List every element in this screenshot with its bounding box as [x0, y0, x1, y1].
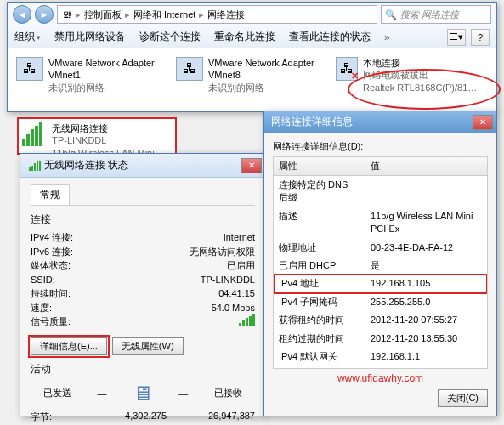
section-activity: 活动	[31, 362, 255, 377]
breadcrumb-item[interactable]: 网络连接	[207, 8, 245, 21]
breadcrumb-item[interactable]: 控制面板	[84, 8, 122, 21]
status-value: 54.0 Mbps	[107, 301, 255, 315]
detail-key: IPv4 子网掩码	[274, 293, 365, 311]
nav-bar: ◄ ► 🖳 ▸ 控制面板 ▸ 网络和 Internet ▸ 网络连接 搜索 网络…	[8, 3, 496, 26]
organize-menu[interactable]: 组织	[14, 30, 41, 44]
detail-key: 连接特定的 DNS 后缀	[274, 176, 365, 207]
adapter-sub: VMnet1	[48, 69, 155, 81]
adapter-item-local[interactable]: 🖧 本地连接 网络电缆被拔出 Realtek RTL8168C(P)/8111C	[332, 54, 485, 97]
view-mode-button[interactable]: ☰▾	[447, 29, 466, 46]
detail-key: IPv4 地址	[274, 275, 365, 292]
status-value: TP-LINKDDL	[107, 273, 255, 287]
close-button[interactable]: 关闭(C)	[438, 389, 488, 407]
table-row[interactable]: IPv4 地址192.168.1.105	[274, 275, 487, 292]
status-key: 媒体状态:	[31, 258, 107, 273]
detail-value: 255.255.255.0	[365, 293, 487, 311]
detail-key: 已启用 DHCP	[274, 257, 365, 275]
table-row[interactable]: 物理地址00-23-4E-DA-FA-12	[274, 239, 487, 257]
adapter-name: VMware Network Adapter	[208, 57, 314, 69]
details-label: 网络连接详细信息(D):	[273, 140, 488, 153]
view-status-button[interactable]: 查看此连接的状态	[289, 30, 371, 44]
status-key: IPv6 连接:	[31, 245, 107, 259]
detail-value: 192.168.1.1	[365, 366, 487, 369]
status-value: 无网络访问权限	[107, 245, 255, 259]
wireless-properties-button[interactable]: 无线属性(W)	[112, 337, 184, 355]
tab-general[interactable]: 常规	[31, 184, 70, 205]
detail-key: IPv4 默认网关	[274, 348, 365, 366]
close-icon[interactable]: ✕	[241, 158, 262, 173]
wireless-adapter-item[interactable]: 无线网络连接 TP-LINKDDL 11b/g Wireless LAN Min…	[17, 117, 177, 155]
detail-key: 获得租约的时间	[274, 311, 365, 329]
detail-value: 11b/g Wireless LAN Mini PCI Ex	[365, 207, 487, 239]
status-value: 04:41:15	[107, 286, 255, 301]
connection-details-dialog: 网络连接详细信息 ✕ 网络连接详细信息(D): 属性 值 连接特定的 DNS 后…	[263, 110, 497, 416]
back-button[interactable]: ◄	[13, 5, 31, 24]
network-connections-window: ◄ ► 🖳 ▸ 控制面板 ▸ 网络和 Internet ▸ 网络连接 搜索 网络…	[7, 2, 497, 112]
wireless-ssid: TP-LINKDDL	[52, 134, 172, 146]
adapter-status: 未识别的网络	[48, 82, 155, 94]
details-button[interactable]: 详细信息(E)...	[31, 337, 107, 355]
adapter-sub: VMnet8	[208, 69, 314, 81]
table-row[interactable]: IPv4 默认网关192.168.1.1	[274, 348, 487, 366]
bytes-label: 字节:	[31, 411, 82, 423]
status-key: SSID:	[31, 273, 107, 287]
table-row[interactable]: 租约过期的时间2012-11-20 13:55:30	[274, 330, 487, 348]
adapter-list: 🖧 VMware Network Adapter VMnet1 未识别的网络 🖧…	[8, 48, 496, 102]
adapter-status: 网络电缆被拔出	[363, 69, 482, 81]
dialog-title: 无线网络连接 状态	[24, 158, 128, 173]
table-row[interactable]: 描述11b/g Wireless LAN Mini PCI Ex	[274, 207, 487, 239]
received-label: 已接收	[214, 387, 242, 400]
table-row[interactable]: 连接特定的 DNS 后缀	[274, 176, 487, 207]
detail-value	[365, 176, 487, 207]
bytes-sent-value: 4,302,275	[82, 411, 167, 423]
detail-key: IPv4 DHCP 服务器	[274, 366, 365, 369]
status-key: 持续时间:	[31, 286, 107, 301]
wireless-signal-icon	[22, 122, 47, 146]
detail-value: 是	[365, 257, 487, 275]
watermark-text: www.ufidawhy.com	[273, 372, 488, 384]
table-row[interactable]: 获得租约的时间2012-11-20 07:55:27	[274, 311, 487, 329]
adapter-desc: Realtek RTL8168C(P)/8111C	[363, 82, 482, 94]
network-adapter-disconnected-icon: 🖧	[336, 57, 358, 81]
table-row[interactable]: 已启用 DHCP是	[274, 257, 487, 275]
status-value: 已启用	[107, 258, 255, 273]
detail-value: 2012-11-20 13:55:30	[365, 330, 487, 348]
breadcrumb-item[interactable]: 网络和 Internet	[133, 8, 195, 21]
signal-bars-icon	[239, 314, 255, 326]
detail-key: 描述	[274, 207, 365, 239]
diagnose-button[interactable]: 诊断这个连接	[139, 30, 201, 44]
detail-value: 00-23-4E-DA-FA-12	[365, 239, 487, 257]
status-key: 速度:	[31, 301, 107, 315]
disable-device-button[interactable]: 禁用此网络设备	[54, 30, 126, 44]
table-row[interactable]: IPv4 子网掩码255.255.255.0	[274, 293, 487, 311]
detail-value: 2012-11-20 07:55:27	[365, 311, 487, 329]
details-table: 属性 值 连接特定的 DNS 后缀描述11b/g Wireless LAN Mi…	[273, 156, 488, 369]
detail-value: 192.168.1.105	[365, 275, 487, 292]
status-key: IPv4 连接:	[31, 230, 107, 245]
forward-button[interactable]: ►	[35, 5, 54, 24]
signal-quality-label: 信号质量:	[31, 314, 107, 331]
detail-value: 192.168.1.1	[365, 348, 487, 366]
adapter-item[interactable]: 🖧 VMware Network Adapter VMnet8 未识别的网络	[173, 54, 326, 97]
section-connection: 连接	[31, 212, 255, 227]
breadcrumb-icon: 🖳	[63, 9, 72, 20]
signal-bars-icon	[29, 161, 41, 171]
network-adapter-icon: 🖧	[16, 57, 43, 81]
sent-label: 已发送	[43, 387, 71, 400]
toolbar: 组织 禁用此网络设备 诊断这个连接 重命名此连接 查看此连接的状态 » ☰▾ ?	[8, 26, 496, 48]
detail-key: 物理地址	[274, 239, 365, 257]
adapter-status: 未识别的网络	[208, 82, 314, 94]
column-value[interactable]: 值	[365, 157, 487, 175]
table-row[interactable]: IPv4 DHCP 服务器192.168.1.1	[274, 366, 487, 369]
dash-icon: —	[178, 388, 188, 399]
computer-icon: 🖥	[133, 382, 153, 405]
search-input[interactable]: 搜索 网络连接	[381, 5, 491, 24]
help-button[interactable]: ?	[471, 29, 490, 46]
rename-button[interactable]: 重命名此连接	[214, 30, 275, 44]
close-icon[interactable]: ✕	[473, 115, 493, 130]
column-property[interactable]: 属性	[274, 157, 365, 175]
adapter-item[interactable]: 🖧 VMware Network Adapter VMnet1 未识别的网络	[13, 54, 166, 97]
adapter-name: VMware Network Adapter	[48, 57, 155, 69]
wireless-status-dialog: 无线网络连接 状态 ✕ 常规 连接 IPv4 连接:InternetIPv6 连…	[20, 153, 266, 416]
breadcrumb[interactable]: 🖳 ▸ 控制面板 ▸ 网络和 Internet ▸ 网络连接	[57, 5, 377, 24]
